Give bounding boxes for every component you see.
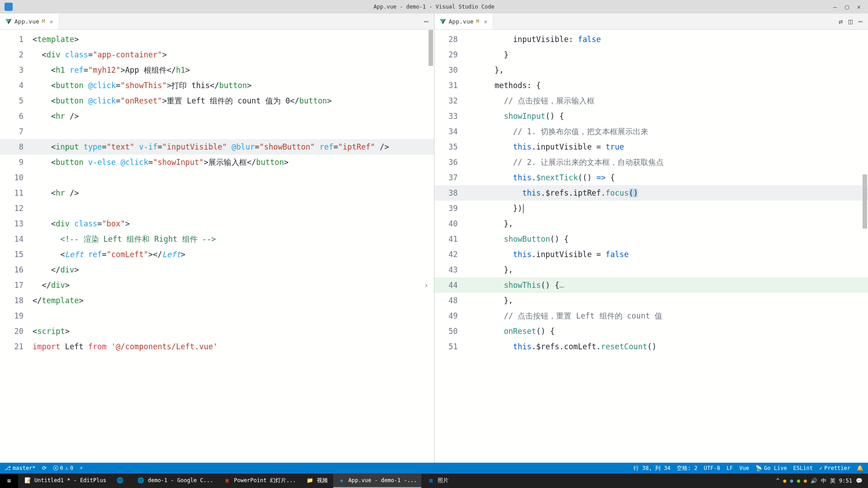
code-line[interactable]: 43 }, [434, 262, 868, 277]
prettier[interactable]: ✓ Prettier [819, 465, 850, 471]
code-line[interactable]: 32 // 点击按钮，展示输入框 [434, 93, 868, 108]
code-line[interactable]: 37 this.$nextTick(() => { [434, 170, 868, 185]
code-line[interactable]: 13 <div class="box"> [0, 216, 434, 231]
more-icon[interactable]: ⋯ [858, 17, 863, 26]
split-icon[interactable]: ◫ [849, 17, 853, 26]
editor-pane-left[interactable]: 1<template>2 <div class="app-container">… [0, 30, 434, 463]
code-line[interactable]: 28 inputVisible: false [434, 32, 868, 47]
sync-icon[interactable]: ⟳ [42, 465, 47, 471]
code-line[interactable]: 17 </div> [0, 277, 434, 293]
code-line[interactable]: 18</template> [0, 293, 434, 308]
code-line[interactable]: 9 <button v-else @click="showInput">展示输入… [0, 155, 434, 170]
ime-lang[interactable]: 中 [821, 477, 826, 485]
code-line[interactable]: 38 this.$refs.iptRef.focus() [434, 185, 868, 201]
code-line[interactable]: 42 this.inputVisible = false [434, 247, 868, 262]
close-icon[interactable]: ✕ [857, 3, 861, 10]
start-button[interactable]: ⊞ [0, 474, 18, 488]
tray-icon[interactable]: ● [797, 478, 800, 484]
problems[interactable]: ⓧ0 ⚠0 [53, 465, 74, 472]
system-tray[interactable]: ^ ● ● ● ● 🔊 中 英 9:51 💬 [776, 477, 868, 485]
code-line[interactable]: 4 <button @click="showThis">打印 this</but… [0, 78, 434, 93]
code-line[interactable]: 51 this.$refs.comLeft.resetCount() [434, 339, 868, 354]
code-line[interactable]: 16 </div> [0, 262, 434, 277]
taskbar-item[interactable]: 📁视频 [302, 474, 332, 488]
tray-icon[interactable]: ● [783, 478, 786, 484]
clock[interactable]: 9:51 [839, 478, 852, 484]
editor-area: 1<template>2 <div class="app-container">… [0, 30, 868, 463]
code-line[interactable]: 11 <hr /> [0, 185, 434, 201]
photos-icon: ▦ [427, 476, 435, 484]
eol[interactable]: LF [726, 465, 733, 471]
error-icon: ⓧ [53, 465, 58, 472]
code-line[interactable]: 7 [0, 124, 434, 139]
maximize-icon[interactable]: ▢ [845, 3, 849, 10]
vscode-logo-icon [5, 3, 13, 11]
code-line[interactable]: 35 this.inputVisible = true [434, 139, 868, 155]
notifications-icon[interactable]: 🔔 [857, 465, 863, 471]
scrollbar[interactable] [428, 30, 434, 463]
more-icon[interactable]: ⋯ [424, 17, 429, 26]
taskbar-item-active[interactable]: ◆App.vue - demo-1 -... [333, 474, 422, 488]
tray-icon[interactable]: ● [790, 478, 793, 484]
code-line[interactable]: 40 }, [434, 216, 868, 231]
code-line[interactable]: 34 // 1. 切换布尔值，把文本框展示出来 [434, 124, 868, 139]
editor-pane-right[interactable]: 28 inputVisible: false29 }30 },31 method… [434, 30, 868, 463]
code-line[interactable]: 3 <h1 ref="myh12">App 根组件</h1> [0, 62, 434, 78]
code-line[interactable]: 15 <Left ref="comLeft"></Left> [0, 247, 434, 262]
code-line[interactable]: 6 <hr /> [0, 108, 434, 124]
code-line[interactable]: 33 showInput() { [434, 108, 868, 124]
taskbar-item[interactable]: ▦照片 [422, 474, 453, 488]
git-branch[interactable]: ⎇master* [5, 465, 36, 471]
code-line[interactable]: 8 <input type="text" v-if="inputVisible"… [0, 139, 434, 155]
code-line[interactable]: 12 [0, 201, 434, 216]
tray-icon[interactable]: ● [804, 478, 807, 484]
tab-close-icon[interactable]: × [482, 18, 487, 25]
tab-app-vue-left[interactable]: App.vue M × [0, 14, 59, 29]
code-line[interactable]: 2 <div class="app-container"> [0, 47, 434, 62]
indentation[interactable]: 空格: 2 [677, 465, 698, 472]
eslint[interactable]: ESLint [793, 465, 813, 471]
action-center-icon[interactable]: 💬 [856, 478, 863, 484]
go-live[interactable]: 📡Go Live [755, 465, 787, 471]
vue-file-icon [440, 19, 446, 24]
chrome-icon: 🌐 [137, 476, 145, 484]
code-line[interactable]: 39 }) [434, 201, 868, 216]
minimize-icon[interactable]: — [833, 3, 837, 10]
tab-label: App.vue [14, 18, 39, 25]
code-line[interactable]: 30 }, [434, 62, 868, 78]
vue-file-icon [5, 19, 12, 24]
tab-close-icon[interactable]: × [47, 18, 53, 25]
ime-mode[interactable]: 英 [830, 477, 835, 485]
code-line[interactable]: 1<template> [0, 32, 434, 47]
scrollbar[interactable] [862, 30, 868, 463]
code-line[interactable]: 20<script> [0, 324, 434, 339]
code-line[interactable]: 29 } [434, 47, 868, 62]
taskbar: ⊞ 📝Untitled1 * - EditPlus 🌐 🌐demo-1 - Go… [0, 474, 868, 488]
taskbar-item[interactable]: 📝Untitled1 * - EditPlus [19, 474, 111, 488]
code-line[interactable]: 41 showButton() { [434, 231, 868, 247]
cursor-position[interactable]: 行 38, 列 34 [633, 465, 670, 472]
code-line[interactable]: 14 <!-- 渲染 Left 组件和 Right 组件 --> [0, 231, 434, 247]
chevron-up-icon[interactable]: ^ [776, 478, 779, 484]
code-line[interactable]: 19 [0, 308, 434, 324]
taskbar-item[interactable]: ▣PowerPoint 幻灯片... [218, 474, 300, 488]
code-line[interactable]: 31 methods: { [434, 78, 868, 93]
broadcast-icon: 📡 [755, 465, 762, 471]
volume-icon[interactable]: 🔊 [811, 478, 817, 484]
code-line[interactable]: 50 onReset() { [434, 324, 868, 339]
code-line[interactable]: 21import Left from '@/components/Left.vu… [0, 339, 434, 354]
code-line[interactable]: 49 // 点击按钮，重置 Left 组件的 count 值 [434, 308, 868, 324]
taskbar-item[interactable]: 🌐demo-1 - Google C... [132, 474, 218, 488]
taskbar-item[interactable]: 🌐 [112, 474, 132, 488]
code-line[interactable]: 5 <button @click="onReset">重置 Left 组件的 c… [0, 93, 434, 108]
code-line[interactable]: 48 }, [434, 293, 868, 308]
language-mode[interactable]: Vue [739, 465, 749, 471]
code-line[interactable]: 10 [0, 170, 434, 185]
code-line[interactable]: 36 // 2. 让展示出来的文本框，自动获取焦点 [434, 155, 868, 170]
encoding[interactable]: UTF-8 [704, 465, 720, 471]
compare-icon[interactable]: ⇄ [839, 17, 843, 26]
powerpoint-icon: ▣ [223, 476, 231, 484]
port-icon[interactable]: ⚡ [80, 465, 83, 471]
code-line[interactable]: ›44 showThis() {… [434, 277, 868, 293]
tab-app-vue-right[interactable]: App.vue M × [434, 14, 494, 29]
